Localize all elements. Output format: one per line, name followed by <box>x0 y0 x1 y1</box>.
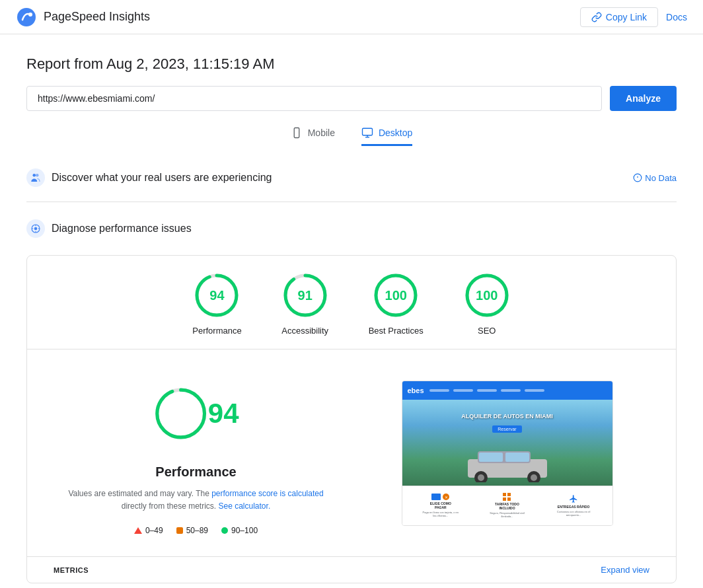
pagespeed-logo-icon <box>16 7 37 28</box>
footer-desc-3: Contamos con oficinas en el aeropuerto..… <box>556 510 592 517</box>
url-input[interactable] <box>26 86 602 111</box>
screenshot-logo: ebes <box>408 386 424 394</box>
performance-detail: 94 Performance Values are estimated and … <box>27 349 676 556</box>
score-card-accessibility[interactable]: 91 Accessibility <box>281 272 329 336</box>
footer-col-1: ✕ ELIGE COMO PAGAR Paga en línea con tar… <box>422 494 459 517</box>
copy-link-button[interactable]: Copy Link <box>580 7 658 27</box>
svg-rect-34 <box>479 453 503 462</box>
calculator-link[interactable]: See calculator. <box>219 501 271 511</box>
big-score-circle: 94 <box>153 371 239 457</box>
screenshot-hero-title: ALQUILER DE AUTOS EN MIAMI <box>409 413 606 420</box>
report-title: Report from Aug 2, 2023, 11:15:19 AM <box>26 55 677 73</box>
field-data-icon <box>26 168 45 187</box>
footer-text-3: ENTREGAS RÁPIDO <box>558 505 590 509</box>
mobile-icon <box>291 127 303 139</box>
performance-description: Values are estimated and may vary. The p… <box>64 488 328 513</box>
performance-left: 94 Performance Values are estimated and … <box>54 371 338 535</box>
metrics-footer: METRICS Expand view <box>27 556 676 583</box>
header: PageSpeed Insights Copy Link Docs <box>0 0 703 34</box>
nav-link-4 <box>501 389 521 392</box>
score-card-best-practices[interactable]: 100 Best Practices <box>369 272 424 336</box>
lab-data-header-left: Diagnose performance issues <box>26 219 192 238</box>
legend-item-average: 50–89 <box>176 526 208 535</box>
score-value-best-practices: 100 <box>385 288 407 303</box>
no-data-link[interactable]: No Data <box>633 173 677 183</box>
score-card-seo[interactable]: 100 SEO <box>463 272 511 336</box>
perf-desc-text: Values are estimated and may vary. The <box>68 489 209 498</box>
score-value-seo: 100 <box>476 288 498 303</box>
score-value-accessibility: 91 <box>298 288 313 303</box>
score-circle-best-practices: 100 <box>372 272 420 319</box>
nav-link-1 <box>429 389 449 392</box>
field-data-section: Discover what your real users are experi… <box>26 162 677 194</box>
score-circle-seo: 100 <box>463 272 511 319</box>
footer-text-1: ELIGE COMO PAGAR <box>424 501 457 509</box>
link-icon <box>591 12 602 22</box>
no-data-label: No Data <box>645 173 677 183</box>
average-icon <box>176 527 183 534</box>
footer-plane-icon <box>568 494 579 503</box>
tab-mobile[interactable]: Mobile <box>291 127 335 146</box>
score-label-best-practices: Best Practices <box>369 326 424 336</box>
lab-data-icon <box>26 219 45 238</box>
legend-fail-range: 0–49 <box>145 526 163 535</box>
legend-average-range: 50–89 <box>186 526 208 535</box>
screenshot-footer: ✕ ELIGE COMO PAGAR Paga en línea con tar… <box>402 486 612 525</box>
device-tabs: Mobile Desktop <box>26 127 677 146</box>
analyze-button[interactable]: Analyze <box>610 86 677 111</box>
desktop-icon <box>361 127 373 139</box>
tab-desktop-label: Desktop <box>379 128 412 138</box>
screenshot-cta-btn: Reservar <box>492 425 521 433</box>
fail-icon <box>134 527 142 534</box>
screenshot-car-svg <box>455 446 560 482</box>
legend-item-pass: 90–100 <box>221 526 258 535</box>
info-icon <box>633 173 642 182</box>
big-score-value: 94 <box>208 398 239 429</box>
svg-point-8 <box>36 174 39 177</box>
website-screenshot: ebes ALQUILER DE AUTOS EN MIAMI <box>402 381 613 526</box>
score-legend: 0–49 50–89 90–100 <box>134 526 258 535</box>
footer-desc-2: Seguro, Responsabilidad civil ilimitada.… <box>489 511 525 518</box>
footer-icon-2 <box>503 493 511 501</box>
screenshot-nav-links <box>429 389 544 392</box>
app-title: PageSpeed Insights <box>44 10 150 24</box>
main-content: Report from Aug 2, 2023, 11:15:19 AM Ana… <box>0 34 703 588</box>
score-card-performance[interactable]: 94 Performance <box>192 272 241 336</box>
svg-point-7 <box>33 174 36 177</box>
svg-rect-35 <box>505 453 529 462</box>
nav-link-3 <box>477 389 497 392</box>
perf-score-link[interactable]: performance score is calculated <box>211 489 323 498</box>
svg-point-33 <box>531 474 537 481</box>
score-circle-accessibility: 91 <box>281 272 329 319</box>
big-score-ring <box>153 371 208 457</box>
performance-title: Performance <box>155 464 236 480</box>
footer-desc-1: Paga en línea con tarjeta, o en las ofic… <box>422 511 459 517</box>
perf-desc-text2: directly from these metrics. <box>122 501 216 511</box>
field-data-header-left: Discover what your real users are experi… <box>26 168 272 187</box>
performance-right: ebes ALQUILER DE AUTOS EN MIAMI <box>365 371 649 535</box>
score-label-performance: Performance <box>192 326 241 336</box>
url-bar: Analyze <box>26 86 677 111</box>
docs-link[interactable]: Docs <box>666 12 687 22</box>
footer-icon-1 <box>431 494 441 500</box>
svg-point-13 <box>34 227 38 231</box>
expand-view-link[interactable]: Expand view <box>601 565 649 575</box>
svg-rect-4 <box>362 128 372 135</box>
legend-item-fail: 0–49 <box>134 526 163 535</box>
screenshot-hero: ALQUILER DE AUTOS EN MIAMI Reservar <box>402 400 612 486</box>
score-cards-wrapper: 94 Performance 91 Accessibility <box>26 255 677 583</box>
lab-data-section: Diagnose performance issues <box>26 213 677 244</box>
people-icon <box>30 172 42 184</box>
field-data-title: Discover what your real users are experi… <box>52 172 272 184</box>
copy-link-label: Copy Link <box>606 12 647 22</box>
score-circle-performance: 94 <box>193 272 240 319</box>
tab-desktop[interactable]: Desktop <box>361 127 412 146</box>
header-left: PageSpeed Insights <box>16 7 150 28</box>
screenshot-nav: ebes <box>402 381 612 400</box>
diagnostic-icon <box>30 223 42 235</box>
svg-rect-2 <box>294 128 299 138</box>
footer-col-2: TARIFAS TODO INCLUIDO Seguro, Responsabi… <box>489 493 525 518</box>
svg-point-27 <box>157 390 204 437</box>
tab-mobile-label: Mobile <box>308 128 335 138</box>
svg-point-0 <box>17 8 36 26</box>
